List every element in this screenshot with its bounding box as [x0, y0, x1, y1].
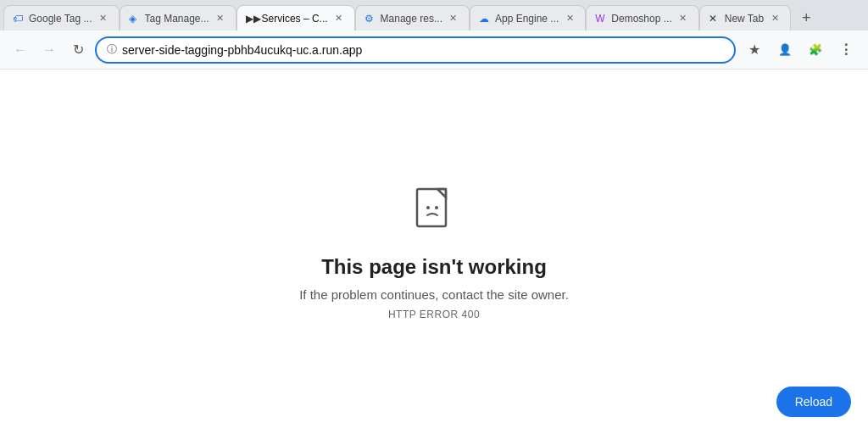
tab-favicon: ◈: [129, 13, 141, 25]
toolbar-icons: ★ 👤 🧩 ⋮: [741, 36, 860, 64]
forward-button[interactable]: →: [37, 38, 61, 62]
tab-tab-1[interactable]: 🏷 Google Tag ... ✕: [3, 5, 120, 31]
tab-favicon: W: [595, 13, 607, 25]
tab-tab-5[interactable]: ☁ App Engine ... ✕: [470, 5, 586, 31]
tab-close-button[interactable]: ✕: [768, 12, 782, 25]
back-button[interactable]: ←: [8, 38, 32, 62]
bookmark-icon[interactable]: ★: [741, 36, 768, 64]
tab-tab-3[interactable]: ▶▶ Services – C... ✕: [236, 5, 355, 31]
tab-favicon: ✕: [709, 13, 721, 25]
address-bar-row: ← → ↻ ⓘ ★ 👤 🧩 ⋮: [0, 31, 868, 70]
tab-favicon: ▶▶: [246, 13, 258, 25]
reload-button[interactable]: Reload: [776, 387, 851, 417]
lock-icon: ⓘ: [107, 42, 117, 57]
error-icon-wrapper: [407, 184, 461, 242]
broken-page-icon: [407, 184, 461, 238]
tab-title: Services – C...: [262, 13, 328, 25]
tab-tab-2[interactable]: ◈ Tag Manage... ✕: [120, 5, 236, 31]
error-code: HTTP ERROR 400: [388, 309, 480, 320]
tab-title: New Tab: [725, 13, 764, 25]
tab-favicon: 🏷: [13, 13, 25, 25]
url-input[interactable]: [122, 43, 724, 57]
extensions-icon[interactable]: 🧩: [802, 36, 829, 64]
tab-favicon: ⚙: [364, 13, 376, 25]
tab-title: App Engine ...: [495, 13, 559, 25]
tab-close-button[interactable]: ✕: [676, 12, 690, 25]
tab-close-button[interactable]: ✕: [332, 12, 346, 25]
tab-title: Google Tag ...: [29, 13, 92, 25]
error-title: This page isn't working: [321, 255, 547, 279]
tab-favicon: ☁: [479, 13, 491, 25]
page-content: This page isn't working If the problem c…: [0, 70, 868, 434]
tab-title: Tag Manage...: [145, 13, 209, 25]
tab-tab-4[interactable]: ⚙ Manage res... ✕: [355, 5, 470, 31]
tab-close-button[interactable]: ✕: [447, 12, 460, 25]
reload-nav-button[interactable]: ↻: [66, 38, 90, 62]
svg-point-1: [426, 206, 430, 209]
svg-point-2: [435, 206, 438, 209]
tab-title: Demoshop ...: [611, 13, 671, 25]
tab-title: Manage res...: [381, 13, 442, 25]
tab-close-button[interactable]: ✕: [214, 12, 227, 25]
tab-tab-6[interactable]: W Demoshop ... ✕: [586, 5, 698, 31]
profile-icon[interactable]: 👤: [771, 36, 798, 64]
tab-close-button[interactable]: ✕: [563, 12, 576, 25]
menu-icon[interactable]: ⋮: [832, 36, 860, 64]
tab-tab-7[interactable]: ✕ New Tab ✕: [699, 5, 791, 31]
tab-close-button[interactable]: ✕: [97, 12, 110, 25]
tab-bar: 🏷 Google Tag ... ✕ ◈ Tag Manage... ✕ ▶▶ …: [0, 0, 868, 31]
new-tab-button[interactable]: +: [794, 6, 818, 30]
address-bar[interactable]: ⓘ: [95, 36, 736, 64]
error-subtitle: If the problem continues, contact the si…: [299, 287, 569, 302]
